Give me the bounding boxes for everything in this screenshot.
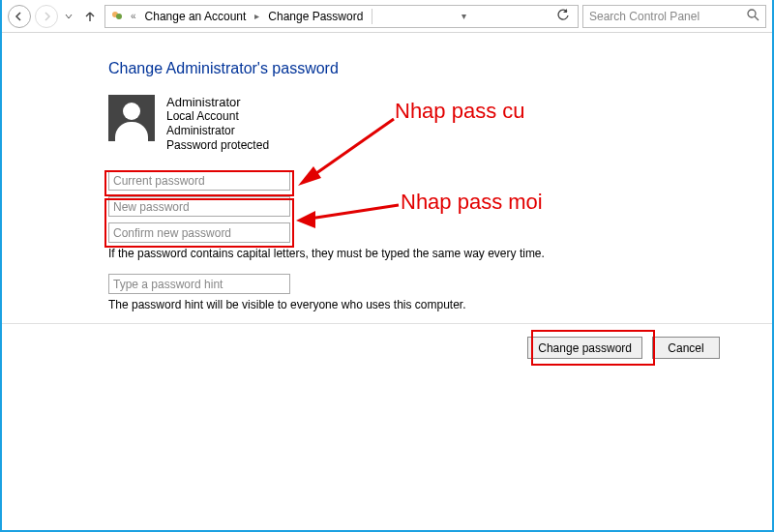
new-password-field[interactable] — [108, 196, 290, 217]
address-dropdown-icon[interactable]: ▾ — [460, 11, 468, 21]
toolbar: « Change an Account ▸ Change Password ▾ — [2, 0, 772, 33]
breadcrumb-current[interactable]: Change Password — [265, 10, 366, 23]
user-accounts-icon — [109, 9, 125, 24]
content-area: Change Administrator's password Administ… — [2, 33, 772, 311]
address-bar[interactable]: « Change an Account ▸ Change Password ▾ — [104, 5, 579, 28]
nav-back-button[interactable] — [8, 5, 31, 28]
nav-forward-button — [35, 5, 58, 28]
hint-note: The password hint will be visible to eve… — [108, 298, 772, 311]
svg-line-3 — [755, 16, 759, 20]
change-password-button[interactable]: Change password — [527, 337, 642, 359]
account-type: Local Account — [166, 109, 269, 124]
page-title: Change Administrator's password — [108, 60, 772, 77]
account-role: Administrator — [166, 124, 269, 138]
svg-point-2 — [748, 10, 756, 17]
password-hint-field[interactable] — [108, 274, 290, 294]
button-row: Change password Cancel — [527, 337, 720, 359]
refresh-button[interactable] — [552, 9, 574, 24]
account-name: Administrator — [166, 95, 269, 109]
account-block: Administrator Local Account Administrato… — [108, 95, 772, 153]
confirm-password-field[interactable] — [108, 222, 290, 243]
account-protection: Password protected — [166, 138, 269, 153]
breadcrumb-parent[interactable]: Change an Account — [142, 10, 250, 23]
cancel-button[interactable]: Cancel — [652, 337, 720, 359]
caps-note: If the password contains capital letters… — [108, 247, 772, 260]
nav-up-button[interactable] — [79, 6, 101, 27]
chevron-right-icon[interactable]: ▸ — [253, 11, 261, 21]
account-info: Administrator Local Account Administrato… — [166, 95, 269, 153]
current-password-field[interactable] — [108, 170, 290, 191]
avatar — [108, 95, 155, 141]
nav-history-dropdown[interactable] — [62, 5, 75, 28]
svg-point-1 — [116, 14, 122, 19]
address-divider — [372, 9, 372, 24]
search-input[interactable] — [589, 10, 747, 23]
footer-divider — [2, 323, 772, 324]
breadcrumb-root-sep[interactable]: « — [129, 11, 138, 21]
search-box[interactable] — [582, 5, 766, 28]
search-icon[interactable] — [747, 9, 759, 24]
